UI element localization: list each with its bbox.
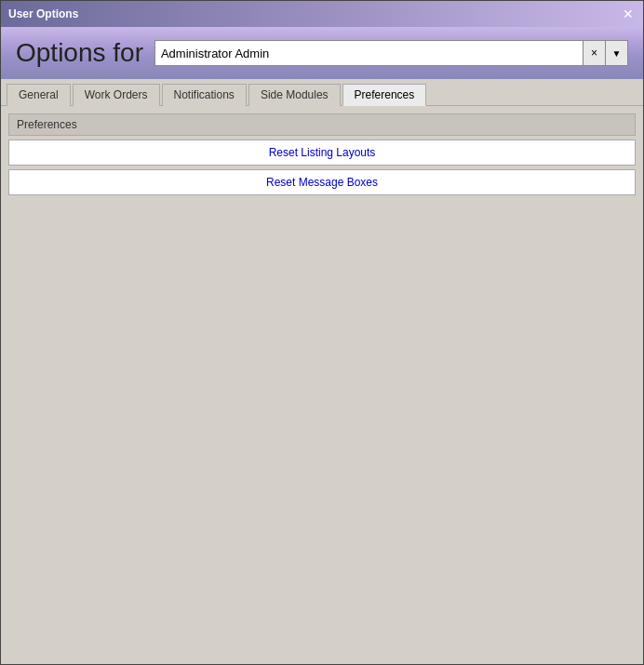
user-select-wrapper: × ▼ bbox=[154, 40, 628, 66]
options-for-label: Options for bbox=[16, 38, 143, 68]
tab-notifications[interactable]: Notifications bbox=[162, 84, 247, 106]
user-options-window: User Options ✕ Options for × ▼ General W… bbox=[0, 0, 644, 665]
tab-work-orders[interactable]: Work Orders bbox=[73, 84, 160, 106]
clear-button[interactable]: × bbox=[584, 40, 606, 66]
tabs-bar: General Work Orders Notifications Side M… bbox=[1, 79, 643, 106]
reset-listing-layouts-button[interactable]: Reset Listing Layouts bbox=[8, 140, 636, 166]
user-input[interactable] bbox=[154, 40, 584, 66]
window-title: User Options bbox=[8, 7, 78, 20]
tab-general[interactable]: General bbox=[7, 84, 71, 106]
header-area: Options for × ▼ bbox=[1, 27, 643, 79]
tab-side-modules[interactable]: Side Modules bbox=[248, 84, 341, 106]
section-header: Preferences bbox=[8, 113, 636, 136]
content-area: Preferences Reset Listing Layouts Reset … bbox=[1, 106, 643, 664]
close-button[interactable]: ✕ bbox=[621, 7, 636, 20]
dropdown-button[interactable]: ▼ bbox=[606, 40, 628, 66]
reset-message-boxes-button[interactable]: Reset Message Boxes bbox=[8, 169, 636, 195]
tab-preferences[interactable]: Preferences bbox=[342, 84, 427, 106]
title-bar: User Options ✕ bbox=[1, 1, 643, 27]
